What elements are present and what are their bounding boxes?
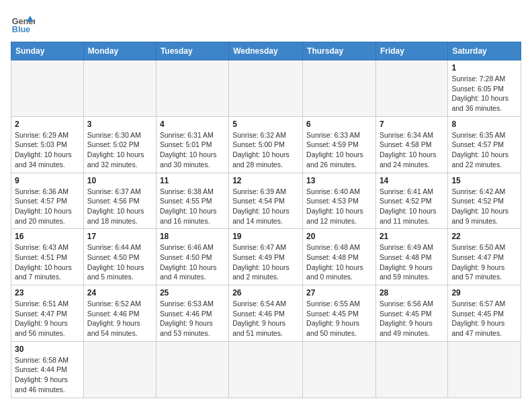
day-cell: 24Sunrise: 6:52 AM Sunset: 4:46 PM Dayli… [83,285,156,342]
day-cell: 19Sunrise: 6:47 AM Sunset: 4:49 PM Dayli… [229,229,303,285]
day-number: 3 [87,120,152,129]
day-cell [229,341,303,398]
day-cell: 20Sunrise: 6:48 AM Sunset: 4:48 PM Dayli… [303,229,376,285]
day-cell [11,60,84,117]
day-info: Sunrise: 6:53 AM Sunset: 4:46 PM Dayligh… [160,299,225,338]
day-info: Sunrise: 6:46 AM Sunset: 4:50 PM Dayligh… [160,242,225,282]
col-header-monday: Monday [83,42,156,60]
day-cell: 28Sunrise: 6:56 AM Sunset: 4:45 PM Dayli… [375,285,447,342]
day-info: Sunrise: 6:33 AM Sunset: 4:59 PM Dayligh… [306,130,372,170]
day-cell: 26Sunrise: 6:54 AM Sunset: 4:46 PM Dayli… [229,285,303,342]
day-info: Sunrise: 6:49 AM Sunset: 4:48 PM Dayligh… [380,242,444,282]
day-number: 6 [306,120,372,129]
day-cell: 8Sunrise: 6:35 AM Sunset: 4:57 PM Daylig… [448,116,521,173]
day-info: Sunrise: 6:38 AM Sunset: 4:55 PM Dayligh… [160,187,225,226]
day-cell: 2Sunrise: 6:29 AM Sunset: 5:03 PM Daylig… [11,116,84,173]
week-row-3: 16Sunrise: 6:43 AM Sunset: 4:51 PM Dayli… [11,229,521,285]
page-header: General Blue [11,11,521,35]
day-info: Sunrise: 6:35 AM Sunset: 4:57 PM Dayligh… [451,130,517,170]
day-number: 28 [380,288,444,298]
day-info: Sunrise: 6:47 AM Sunset: 4:49 PM Dayligh… [232,242,299,282]
day-cell [156,60,228,117]
day-info: Sunrise: 6:56 AM Sunset: 4:45 PM Dayligh… [380,299,444,338]
day-cell [229,60,303,117]
day-cell [303,60,376,117]
day-info: Sunrise: 7:28 AM Sunset: 6:05 PM Dayligh… [451,74,517,113]
day-cell: 14Sunrise: 6:41 AM Sunset: 4:52 PM Dayli… [375,173,447,229]
day-info: Sunrise: 6:40 AM Sunset: 4:53 PM Dayligh… [306,187,372,226]
day-cell: 4Sunrise: 6:31 AM Sunset: 5:01 PM Daylig… [156,116,228,173]
day-number: 24 [87,288,152,298]
day-number: 14 [380,176,444,185]
day-number: 9 [15,176,80,185]
logo: General Blue [11,11,35,35]
svg-text:Blue: Blue [12,25,30,34]
day-info: Sunrise: 6:51 AM Sunset: 4:47 PM Dayligh… [15,299,80,338]
day-cell: 3Sunrise: 6:30 AM Sunset: 5:02 PM Daylig… [83,116,156,173]
day-cell: 9Sunrise: 6:36 AM Sunset: 4:57 PM Daylig… [11,173,84,229]
day-number: 17 [87,232,152,241]
day-cell [448,341,521,398]
day-info: Sunrise: 6:37 AM Sunset: 4:56 PM Dayligh… [87,187,152,226]
day-info: Sunrise: 6:39 AM Sunset: 4:54 PM Dayligh… [232,187,299,226]
day-number: 8 [451,120,517,129]
day-cell: 16Sunrise: 6:43 AM Sunset: 4:51 PM Dayli… [11,229,84,285]
day-number: 20 [306,232,372,241]
day-cell: 21Sunrise: 6:49 AM Sunset: 4:48 PM Dayli… [375,229,447,285]
week-row-1: 2Sunrise: 6:29 AM Sunset: 5:03 PM Daylig… [11,116,521,173]
day-info: Sunrise: 6:41 AM Sunset: 4:52 PM Dayligh… [380,187,444,226]
week-row-2: 9Sunrise: 6:36 AM Sunset: 4:57 PM Daylig… [11,173,521,229]
day-cell: 13Sunrise: 6:40 AM Sunset: 4:53 PM Dayli… [303,173,376,229]
day-number: 12 [232,176,299,185]
day-number: 2 [15,120,80,129]
day-number: 16 [15,232,80,241]
day-number: 27 [306,288,372,298]
day-number: 18 [160,232,225,241]
day-number: 25 [160,288,225,298]
day-number: 30 [15,345,80,354]
day-cell: 1Sunrise: 7:28 AM Sunset: 6:05 PM Daylig… [448,60,521,117]
day-cell: 12Sunrise: 6:39 AM Sunset: 4:54 PM Dayli… [229,173,303,229]
day-info: Sunrise: 6:31 AM Sunset: 5:01 PM Dayligh… [160,130,225,170]
day-info: Sunrise: 6:52 AM Sunset: 4:46 PM Dayligh… [87,299,152,338]
day-info: Sunrise: 6:55 AM Sunset: 4:45 PM Dayligh… [306,299,372,338]
day-number: 29 [451,288,517,298]
day-number: 19 [232,232,299,241]
day-number: 23 [15,288,80,298]
day-number: 21 [380,232,444,241]
day-number: 26 [232,288,299,298]
col-header-tuesday: Tuesday [156,42,228,60]
day-cell [83,341,156,398]
day-number: 10 [87,176,152,185]
logo-icon: General Blue [11,11,35,35]
day-info: Sunrise: 6:32 AM Sunset: 5:00 PM Dayligh… [232,130,299,170]
week-row-4: 23Sunrise: 6:51 AM Sunset: 4:47 PM Dayli… [11,285,521,342]
day-cell: 18Sunrise: 6:46 AM Sunset: 4:50 PM Dayli… [156,229,228,285]
day-cell: 15Sunrise: 6:42 AM Sunset: 4:52 PM Dayli… [448,173,521,229]
day-cell: 11Sunrise: 6:38 AM Sunset: 4:55 PM Dayli… [156,173,228,229]
day-number: 5 [232,120,299,129]
day-info: Sunrise: 6:42 AM Sunset: 4:52 PM Dayligh… [451,187,517,226]
day-info: Sunrise: 6:30 AM Sunset: 5:02 PM Dayligh… [87,130,152,170]
day-info: Sunrise: 6:43 AM Sunset: 4:51 PM Dayligh… [15,242,80,282]
day-info: Sunrise: 6:54 AM Sunset: 4:46 PM Dayligh… [232,299,299,338]
day-info: Sunrise: 6:44 AM Sunset: 4:50 PM Dayligh… [87,242,152,282]
day-number: 4 [160,120,225,129]
day-cell: 6Sunrise: 6:33 AM Sunset: 4:59 PM Daylig… [303,116,376,173]
calendar-header-row: SundayMondayTuesdayWednesdayThursdayFrid… [11,42,521,60]
day-number: 22 [451,232,517,241]
day-cell: 30Sunrise: 6:58 AM Sunset: 4:44 PM Dayli… [11,341,84,398]
col-header-thursday: Thursday [303,42,376,60]
day-cell: 17Sunrise: 6:44 AM Sunset: 4:50 PM Dayli… [83,229,156,285]
day-info: Sunrise: 6:29 AM Sunset: 5:03 PM Dayligh… [15,130,80,170]
day-cell: 25Sunrise: 6:53 AM Sunset: 4:46 PM Dayli… [156,285,228,342]
day-cell [303,341,376,398]
day-number: 1 [451,63,517,73]
day-info: Sunrise: 6:48 AM Sunset: 4:48 PM Dayligh… [306,242,372,282]
day-cell: 23Sunrise: 6:51 AM Sunset: 4:47 PM Dayli… [11,285,84,342]
week-row-0: 1Sunrise: 7:28 AM Sunset: 6:05 PM Daylig… [11,60,521,117]
day-cell [375,341,447,398]
day-info: Sunrise: 6:34 AM Sunset: 4:58 PM Dayligh… [380,130,444,170]
col-header-wednesday: Wednesday [229,42,303,60]
day-cell: 22Sunrise: 6:50 AM Sunset: 4:47 PM Dayli… [448,229,521,285]
